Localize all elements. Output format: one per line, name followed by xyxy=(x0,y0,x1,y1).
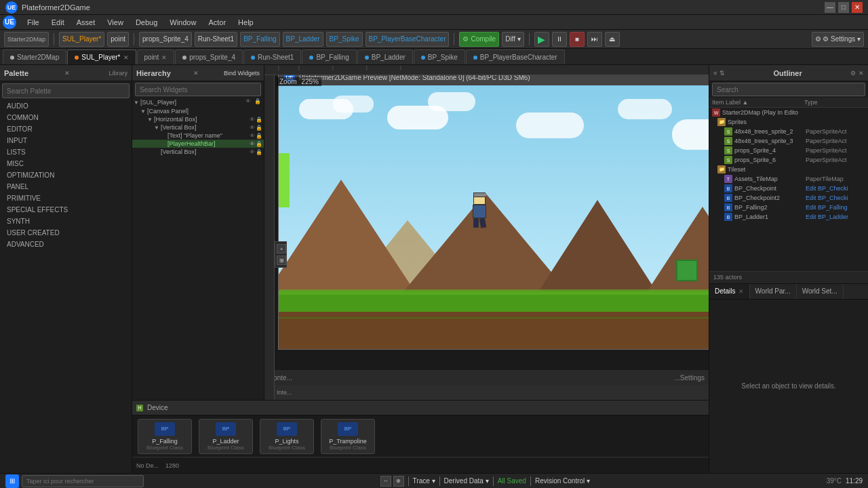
details-tab-details[interactable]: Details ✕ xyxy=(709,284,750,299)
bp-card-falling[interactable]: BP P_Falling Blueprint Class xyxy=(138,419,192,454)
h-vbox2-lock[interactable]: 🔒 xyxy=(256,149,262,155)
palette-item-misc[interactable]: MISC xyxy=(0,158,132,169)
details-tab-world-set[interactable]: World Set... xyxy=(797,284,844,299)
h-hbox-lock[interactable]: 🔒 xyxy=(256,117,262,123)
checkpoint-edit-link[interactable]: Edit BP_Checki xyxy=(806,185,848,192)
palette-item-synth[interactable]: SYNTH xyxy=(0,216,132,227)
outliner-tilemap[interactable]: T Assets_TileMap PaperTileMap xyxy=(709,174,868,184)
outliner-falling2[interactable]: B BP_Falling2 Edit BP_Falling xyxy=(709,203,868,212)
palette-item-optimization[interactable]: OPTIMIZATION xyxy=(0,169,132,181)
hierarchy-item-canvas[interactable]: ▼ [Canvas Panel] xyxy=(132,107,264,115)
outliner-filter-icon[interactable]: ≡ xyxy=(713,70,717,77)
skip-btn[interactable]: ⏭ xyxy=(587,32,602,47)
bp-spike-btn[interactable]: BP_Spike xyxy=(326,32,363,47)
bp-player-base-btn[interactable]: BP_PlayerBaseCharacter xyxy=(366,32,450,47)
point-btn[interactable]: point xyxy=(107,32,129,47)
eject-btn[interactable]: ⏏ xyxy=(605,32,620,47)
tab-bp-player-base[interactable]: BP_PlayerBaseCharacter xyxy=(466,49,565,64)
tab-sul-player[interactable]: SUL_Player* ✕ xyxy=(67,49,136,64)
outliner-close-icon[interactable]: ✕ xyxy=(859,70,864,77)
menu-debug[interactable]: Debug xyxy=(130,17,163,28)
menu-help[interactable]: Help xyxy=(233,17,259,28)
bp-card-trampoline[interactable]: BP P_Trampoline Blueprint Class xyxy=(321,419,375,454)
hierarchy-item-vbox2[interactable]: [Vertical Box] 👁 🔒 xyxy=(132,148,264,156)
hierarchy-item-vbox1[interactable]: ▼ [Vertical Box] 👁 🔒 xyxy=(132,123,264,131)
h-vbox1-lock[interactable]: 🔒 xyxy=(256,125,262,131)
outliner-search-input[interactable] xyxy=(712,83,865,96)
menu-actor[interactable]: Actor xyxy=(203,17,231,28)
settings-btn[interactable]: ⚙⚙ Settings ▾ xyxy=(812,32,864,47)
palette-item-primitive[interactable]: PRIMITIVE xyxy=(0,192,132,204)
sprite-btn[interactable]: props_Sprite_4 xyxy=(139,32,192,47)
vp-ctrl-scale[interactable]: ⊕ xyxy=(393,476,404,487)
bind-widgets-btn[interactable]: Bind Widgets xyxy=(224,70,260,77)
outliner-sprites-folder[interactable]: 📁 Sprites xyxy=(709,117,868,127)
h-health-lock[interactable]: 🔒 xyxy=(256,141,262,147)
palette-item-advanced[interactable]: ADVANCED xyxy=(0,239,132,250)
tool-btn-2[interactable]: ⊞ xyxy=(277,256,286,265)
ue-menu-logo[interactable]: UE xyxy=(3,16,16,29)
h-eye-icon[interactable]: 👁 xyxy=(245,98,254,106)
stop-btn[interactable]: ■ xyxy=(570,32,585,47)
trace-btn[interactable]: Trace ▾ xyxy=(413,477,435,485)
menu-file[interactable]: File xyxy=(22,17,45,28)
outliner-checkpoint2[interactable]: B BP_Checkpoint2 Edit BP_Checki xyxy=(709,193,868,203)
hierarchy-item-health-bar[interactable]: [PlayerHealthBar] 👁 🔒 xyxy=(132,140,264,148)
h-vbox2-eye[interactable]: 👁 xyxy=(250,149,255,155)
outliner-col-item-label[interactable]: Item Label ▲ xyxy=(712,99,804,106)
hierarchy-item-sul-player[interactable]: ▼ [SUL_Player] 👁 🔒 xyxy=(132,98,264,107)
h-health-eye[interactable]: 👁 xyxy=(250,141,255,147)
maximize-button[interactable]: □ xyxy=(838,2,849,13)
outliner-settings-icon[interactable]: ⚙ xyxy=(850,70,856,77)
pause-btn[interactable]: ⏸ xyxy=(552,32,567,47)
falling2-edit-link[interactable]: Edit BP_Falling xyxy=(806,204,848,211)
tab-run-sheet[interactable]: Run-Sheet1 xyxy=(243,49,301,64)
h-lock-icon[interactable]: 🔒 xyxy=(254,98,262,106)
tab-bp-spike[interactable]: BP_Spike xyxy=(414,49,465,64)
play-btn[interactable]: ▶ xyxy=(534,32,549,47)
diff-btn[interactable]: Diff ▾ xyxy=(502,32,524,47)
close-button[interactable]: ✕ xyxy=(852,2,863,13)
palette-item-special[interactable]: SPECIAL EFFECTS xyxy=(0,204,132,216)
hierarchy-close[interactable]: ✕ xyxy=(193,70,199,77)
h-vbox1-eye[interactable]: 👁 xyxy=(250,125,255,131)
outliner-ladder1[interactable]: B BP_Ladder1 Edit BP_Ladder xyxy=(709,212,868,222)
menu-asset[interactable]: Asset xyxy=(71,17,101,28)
hierarchy-item-text-player[interactable]: [Text] "Player name" 👁 🔒 xyxy=(132,131,264,140)
revision-control-btn[interactable]: Revision Control ▾ xyxy=(535,477,590,485)
run-sheet-btn[interactable]: Run-Sheet1 xyxy=(195,32,237,47)
hierarchy-search-input[interactable] xyxy=(135,83,261,96)
outliner-tileset-folder[interactable]: 📁 Tileset xyxy=(709,165,868,174)
tab-sprite[interactable]: props_Sprite_4 xyxy=(175,49,243,64)
hierarchy-item-hbox[interactable]: ▼ [Horizontal Box] 👁 🔒 xyxy=(132,115,264,123)
h-hbox-eye[interactable]: 👁 xyxy=(250,117,255,123)
menu-edit[interactable]: Edit xyxy=(46,17,70,28)
h-text-lock[interactable]: 🔒 xyxy=(256,133,262,139)
sul-player-btn[interactable]: SUL_Player* xyxy=(59,32,104,47)
outliner-world-root[interactable]: W Starter2DMap (Play In Edito xyxy=(709,108,868,117)
palette-item-common[interactable]: COMMON xyxy=(0,112,132,123)
minimize-button[interactable]: — xyxy=(825,2,835,13)
h-text-eye[interactable]: 👁 xyxy=(250,133,255,139)
starter-map-btn[interactable]: Starter2DMap xyxy=(4,32,49,47)
outliner-checkpoint[interactable]: B BP_Checkpoint Edit BP_Checki xyxy=(709,184,868,193)
menu-view[interactable]: View xyxy=(102,17,129,28)
tab-bp-falling[interactable]: BP_Falling xyxy=(302,49,356,64)
palette-item-input[interactable]: INPUT xyxy=(0,135,132,146)
tab-starter-map[interactable]: Starter2DMap xyxy=(3,49,66,64)
windows-start-btn[interactable]: ⊞ xyxy=(5,474,19,488)
vp-ctrl-move[interactable]: ↔ xyxy=(380,476,391,487)
palette-item-panel[interactable]: PANEL xyxy=(0,181,132,192)
outliner-props-4[interactable]: S props_Sprite_4 PaperSpriteAct xyxy=(709,146,868,155)
bp-falling-btn[interactable]: BP_Falling xyxy=(240,32,279,47)
palette-search-input[interactable] xyxy=(2,83,130,98)
outliner-sort-icon[interactable]: ⇅ xyxy=(719,70,725,77)
tab-close-sul[interactable]: ✕ xyxy=(123,54,129,61)
outliner-props-6[interactable]: S props_Sprite_6 PaperSpriteAct xyxy=(709,155,868,165)
tab-bp-ladder[interactable]: BP_Ladder xyxy=(357,49,413,64)
palette-item-editor[interactable]: EDITOR xyxy=(0,123,132,135)
tab-point[interactable]: point ✕ xyxy=(137,49,175,64)
bp-card-ladder[interactable]: BP P_Ladder Blueprint Class xyxy=(199,419,253,454)
details-tab-world-par[interactable]: World Par... xyxy=(750,284,797,299)
palette-item-audio[interactable]: AUDIO xyxy=(0,100,132,112)
